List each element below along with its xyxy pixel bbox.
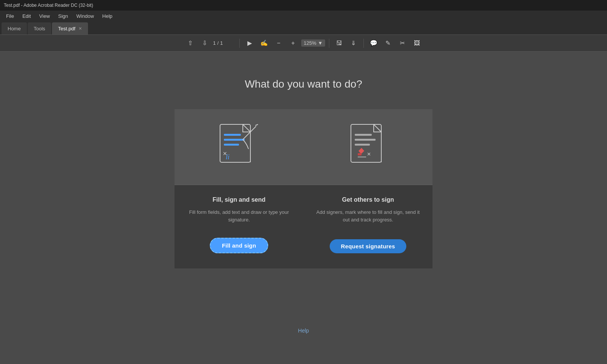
zoom-chevron-icon: ▼ <box>318 40 323 46</box>
main-heading: What do you want to do? <box>245 78 362 90</box>
get-others-sign-card-icon: ✕ <box>343 121 393 174</box>
menu-bar: File Edit View Sign Window Help <box>0 11 607 21</box>
scroll-down-button[interactable]: ⇩ <box>198 37 211 49</box>
svg-rect-1 <box>224 134 241 136</box>
fill-sign-card-icon-area: ✕ li <box>175 109 304 185</box>
download-button[interactable]: ⇓ <box>348 37 360 49</box>
scroll-up-button[interactable]: ⇧ <box>184 37 196 49</box>
zoom-value: 125% <box>304 40 316 46</box>
svg-rect-7 <box>351 124 381 162</box>
fill-sign-card: ✕ li Fill, sign and send Fill form field… <box>175 109 304 268</box>
svg-rect-3 <box>224 144 239 146</box>
menu-edit[interactable]: Edit <box>19 12 35 20</box>
save-button[interactable]: 🖫 <box>333 37 345 49</box>
svg-rect-10 <box>355 144 370 146</box>
title-bar: Test.pdf - Adobe Acrobat Reader DC (32-b… <box>0 0 607 11</box>
get-others-sign-card-desc: Add signers, mark where to fill and sign… <box>315 209 421 223</box>
toolbar-divider-3 <box>363 39 364 48</box>
title-text: Test.pdf - Adobe Acrobat Reader DC (32-b… <box>4 3 93 8</box>
menu-help[interactable]: Help <box>99 12 116 20</box>
svg-marker-11 <box>359 148 364 154</box>
toolbar-divider-2 <box>329 39 329 48</box>
tab-home[interactable]: Home <box>2 22 27 35</box>
svg-rect-9 <box>355 139 376 141</box>
request-signatures-button[interactable]: Request signatures <box>330 239 407 253</box>
toolbar: ⇧ ⇩ 1 / 1 ▶ ✍ − + 125% ▼ 🖫 ⇓ 💬 ✎ ✂ 🖼 <box>0 35 607 52</box>
hand-tool-button[interactable]: ✍ <box>258 37 270 49</box>
menu-file[interactable]: File <box>2 12 18 20</box>
menu-view[interactable]: View <box>35 12 53 20</box>
cards-container: ✕ li Fill, sign and send Fill form field… <box>175 109 432 268</box>
fill-sign-card-icon: ✕ li <box>214 121 264 174</box>
svg-line-6 <box>255 124 258 126</box>
svg-rect-8 <box>355 134 372 136</box>
redact-button[interactable]: ✂ <box>396 37 409 49</box>
fill-sign-card-title: Fill, sign and send <box>212 196 266 203</box>
fill-sign-card-body: Fill, sign and send Fill form fields, ad… <box>175 185 304 268</box>
page-current: 1 <box>213 40 215 46</box>
toolbar-divider-1 <box>239 39 240 48</box>
menu-window[interactable]: Window <box>72 12 97 20</box>
comment-button[interactable]: 💬 <box>368 37 380 49</box>
get-others-sign-card-body: Get others to sign Add signers, mark whe… <box>304 185 432 268</box>
zoom-out-button[interactable]: − <box>272 37 285 49</box>
get-others-sign-card: ✕ Get others to sign Add signers, mark w… <box>304 109 432 268</box>
tab-close-button[interactable]: ✕ <box>79 26 82 31</box>
cursor-tool-button[interactable]: ▶ <box>244 37 256 49</box>
page-total: 1 <box>220 40 223 46</box>
help-link[interactable]: Help <box>298 328 309 334</box>
tab-active-pdf[interactable]: Test.pdf ✕ <box>52 22 88 35</box>
menu-sign[interactable]: Sign <box>54 12 72 20</box>
svg-rect-2 <box>224 139 245 141</box>
tab-bar: Home Tools Test.pdf ✕ <box>0 21 607 35</box>
page-separator: / <box>217 40 219 46</box>
highlight-button[interactable]: ✎ <box>382 37 394 49</box>
svg-text:✕: ✕ <box>367 151 371 157</box>
page-info: 1 / 1 <box>213 40 236 46</box>
tab-tools[interactable]: Tools <box>28 22 51 35</box>
main-content: What do you want to do? ✕ <box>0 52 607 364</box>
get-others-sign-card-title: Get others to sign <box>342 196 394 203</box>
zoom-level-selector[interactable]: 125% ▼ <box>301 39 325 47</box>
fill-sign-card-desc: Fill form fields, add text and draw or t… <box>186 209 292 223</box>
get-others-sign-card-icon-area: ✕ <box>304 109 432 185</box>
zoom-in-button[interactable]: + <box>287 37 299 49</box>
stamp-button[interactable]: 🖼 <box>411 37 423 49</box>
fill-and-sign-button[interactable]: Fill and sign <box>210 238 268 253</box>
svg-text:li: li <box>226 153 230 161</box>
svg-rect-12 <box>358 153 362 155</box>
